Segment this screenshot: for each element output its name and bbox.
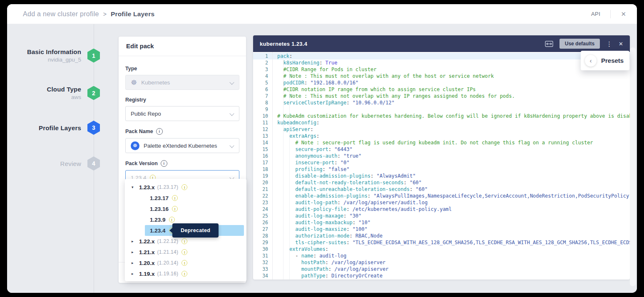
version-option-1.19.x[interactable]: ▸1.19.x(1.19.16)! [125,268,246,279]
code-line[interactable]: 18 profiling: "false" [253,166,630,173]
code-line[interactable]: 4 # Note : This must not overlap with an… [253,73,630,79]
step-label: Cloud Type [7,86,81,93]
diff-editor-icon[interactable] [545,41,553,47]
use-defaults-button[interactable]: Use defaults [559,39,600,49]
code-text: extraArgs: [272,133,630,139]
line-number: 4 [253,73,272,79]
caret-down-icon[interactable]: ▾ [131,185,139,189]
code-text: k8sHardening: True [272,59,630,66]
code-line[interactable]: 5 podCIDR: "192.168.0.0/16" [253,79,630,86]
code-text: - name: audit-log [272,252,630,259]
code-text [272,106,630,113]
info-icon[interactable]: i [156,128,163,135]
code-line[interactable]: 9 [253,106,630,113]
code-line[interactable]: 6 #CIDR notation IP range from which to … [253,86,630,93]
version-option-1.21.x[interactable]: ▸1.21.x(1.21.14)! [125,247,246,257]
step-number-badge: 4 [87,156,100,171]
version-option-1.23.17[interactable]: 1.23.17! [145,193,244,203]
warning-icon: ! [182,249,187,255]
code-editor[interactable]: 1pack:2 k8sHardening: True3 #CIDR Range … [253,52,630,280]
editor-title: kubernetes 1.23.4 [260,41,307,47]
version-latest: (1.20.14) [157,260,179,266]
code-line[interactable]: 32 hostPath: /var/log/apiserver [253,259,630,266]
version-option-1.23.4[interactable]: 1.23.4!Deprecated [145,225,244,236]
info-icon[interactable]: i [161,160,167,167]
caret-right-icon[interactable]: ▸ [131,250,139,254]
line-number: 8 [253,99,272,106]
step-number-badge: 2 [87,86,100,100]
code-line[interactable]: 33 mountPath: /var/log/apiserver [253,266,630,272]
version-option-1.20.x[interactable]: ▸1.20.x(1.20.14)! [125,257,246,268]
code-line[interactable]: 26 audit-log-maxbackup: "10" [253,219,630,226]
stepper-item-profile-layers[interactable]: Profile Layers3 [7,121,100,135]
code-line[interactable]: 34 pathType: DirectoryOrCreate [253,272,630,279]
code-line[interactable]: 13 extraArgs: [253,133,630,139]
caret-right-icon[interactable]: ▸ [131,272,139,276]
presets-panel: ‹ Presets [581,51,629,70]
line-number: 2 [253,59,272,66]
code-line[interactable]: 12 apiServer: [253,126,630,133]
line-number: 19 [253,173,272,179]
code-line[interactable]: 20 default-not-ready-toleration-seconds:… [253,179,630,186]
code-line[interactable]: 29 tls-cipher-suites: "TLS_ECDHE_ECDSA_W… [253,239,630,246]
code-line[interactable]: 2 k8sHardening: True [253,59,630,66]
stepper-item-cloud-type[interactable]: Cloud Typeaws2 [7,86,100,100]
code-text: # Note : secure-port flag is used during… [272,139,630,146]
code-line[interactable]: 23 audit-log-path: /var/log/apiserver/au… [253,199,630,206]
registry-select[interactable]: Public Repo [125,106,239,121]
code-line[interactable]: 30 extraVolumes: [253,246,630,252]
line-number: 29 [253,239,272,246]
chevron-left-icon[interactable]: ‹ [585,55,597,67]
code-line[interactable]: 15 secure-port: "6443" [253,146,630,153]
code-text: # KubeAdm customization for kubernetes h… [272,113,630,119]
code-line[interactable]: 10# KubeAdm customization for kubernetes… [253,113,630,119]
breadcrumb-root[interactable]: Add a new cluster profile [23,10,99,18]
kebab-menu-icon[interactable]: ⋮ [606,41,612,47]
close-icon[interactable]: ✕ [621,10,626,18]
code-line[interactable]: 14 # Note : secure-port flag is used dur… [253,139,630,146]
stepper-item-review[interactable]: Review4 [7,156,100,171]
caret-right-icon[interactable]: ▸ [131,239,139,243]
indent-guide [289,59,290,280]
code-line[interactable]: 31 - name: audit-log [253,252,630,259]
api-link[interactable]: API [591,11,600,17]
pack-name-label-text: Pack Name [125,129,153,134]
type-label: Type [125,66,239,72]
code-line[interactable]: 21 default-unreachable-toleration-second… [253,186,630,193]
version-option-1.23.x[interactable]: ▾1.23.x(1.23.17)! [125,182,246,193]
code-line[interactable]: 3 #CIDR Range for Pods in cluster [253,66,630,73]
line-number: 5 [253,79,272,86]
code-line[interactable]: 19 disable-admission-plugins: "AlwaysAdm… [253,173,630,179]
step-sublabel: nvidia_gpu_5 [7,57,81,63]
scrollbar[interactable] [630,47,636,286]
editor-header: kubernetes 1.23.4 Use defaults ⋮ ✕ [253,35,630,52]
code-line[interactable]: 22 enable-admission-plugins: "AlwaysPull… [253,193,630,199]
line-number: 18 [253,166,272,173]
version-label: 1.23.16 [150,206,169,212]
code-line[interactable]: 24 audit-policy-file: /etc/kubernetes/au… [253,206,630,213]
line-number: 20 [253,179,272,186]
step-label: Basic Information [7,48,81,55]
code-line[interactable]: 16 anonymous-auth: "true" [253,153,630,159]
line-number: 23 [253,199,272,206]
code-line[interactable]: 25 audit-log-maxage: "30" [253,213,630,219]
pack-version-dropdown: ▾1.23.x(1.23.17)!1.23.17!1.23.16!1.23.9!… [125,179,246,281]
pack-name-select[interactable]: ☸ Palette eXtended Kubernetes [125,138,239,153]
line-number: 25 [253,213,272,219]
code-line[interactable]: 27 audit-log-maxsize: "100" [253,226,630,233]
editor-close-icon[interactable]: ✕ [619,41,623,47]
pack-version-label-text: Pack Version [125,161,158,166]
code-line[interactable]: 28 authorization-mode: RBAC,Node [253,233,630,239]
code-line[interactable]: 11kubeadmconfig: [253,119,630,126]
code-line[interactable]: 17 insecure-port: "0" [253,159,630,166]
version-option-1.23.16[interactable]: 1.23.16! [145,203,244,214]
code-line[interactable]: 1pack: [253,53,630,59]
stepper-item-basic-information[interactable]: Basic Informationnvidia_gpu_51 [7,48,100,63]
code-line[interactable]: 8 serviceClusterIpRange: "10.96.0.0/12" [253,99,630,106]
caret-right-icon[interactable]: ▸ [131,261,139,265]
chevron-down-icon [229,80,234,84]
version-label: 1.22.x [139,238,155,245]
code-text: # Note : This must not overlap with any … [272,93,630,99]
code-line[interactable]: 7 # Note : This must not overlap with an… [253,93,630,99]
step-label: Review [7,160,81,167]
